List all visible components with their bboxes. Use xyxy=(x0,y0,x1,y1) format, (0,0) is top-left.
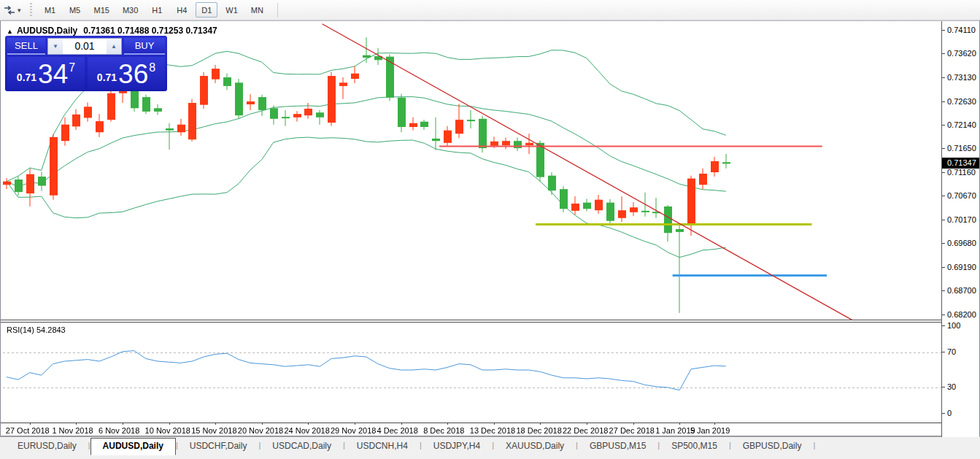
date-axis-tick xyxy=(447,423,448,425)
price-axis-label: 0.68200 xyxy=(942,310,976,319)
price-axis-label: 0.72140 xyxy=(942,120,976,129)
date-axis-tick xyxy=(679,423,680,425)
price-axis-label: 0.72630 xyxy=(942,97,976,106)
pane-divider[interactable] xyxy=(1,320,979,323)
date-axis-tick xyxy=(714,423,715,425)
price-axis-label: 0.70670 xyxy=(942,191,976,200)
dropdown-caret-icon[interactable]: ▾ xyxy=(18,7,21,14)
date-axis-label: 29 Nov 2018 xyxy=(331,426,376,435)
date-axis-tick xyxy=(633,423,634,425)
timeframe-button-mn[interactable]: MN xyxy=(246,2,269,18)
timeframe-button-d1[interactable]: D1 xyxy=(196,2,217,18)
tab-usdjpy-h4[interactable]: USDJPY,H4 xyxy=(422,439,492,455)
date-axis-tick xyxy=(540,423,541,425)
rsi-axis-label: 30 xyxy=(942,382,956,391)
date-axis-label: 15 Nov 2018 xyxy=(191,426,236,435)
date-axis-label: 27 Oct 2018 xyxy=(6,426,50,435)
date-axis-label: 27 Dec 2018 xyxy=(609,426,655,435)
rsi-current-value: 54.2843 xyxy=(36,325,66,334)
tab-sp500-m15[interactable]: SP500,M15 xyxy=(660,439,729,455)
date-axis-tick xyxy=(355,423,355,425)
date-axis-tick xyxy=(215,423,216,425)
tab-usdcad-daily[interactable]: USDCAD,Daily xyxy=(261,439,343,455)
tab-gbpusd-daily[interactable]: GBPUSD,Daily xyxy=(731,439,814,455)
timeframe-button-group: M1M5M15M30H1H4D1W1MN xyxy=(38,2,270,18)
timeframe-button-w1[interactable]: W1 xyxy=(220,2,243,18)
price-axis-label: 0.71650 xyxy=(942,144,976,153)
buy-price-big-digits: 36 xyxy=(118,62,148,86)
date-axis-label: 22 Dec 2018 xyxy=(563,426,608,435)
date-axis-tick xyxy=(494,423,495,425)
timeframe-button-m15[interactable]: M15 xyxy=(89,2,115,18)
price-axis-label: 0.69680 xyxy=(942,239,976,247)
date-axis-tick xyxy=(308,423,309,425)
price-axis-label: 0.68700 xyxy=(942,286,976,295)
tab-separator: | xyxy=(813,441,815,450)
tab-usdcnh-h4[interactable]: USDCNH,H4 xyxy=(345,439,420,455)
chart-periods-icon[interactable]: ▾ xyxy=(0,4,24,17)
sell-price-display[interactable]: 0.71 34 7 xyxy=(7,57,85,89)
rsi-indicator-label: RSI(14) 54.2843 xyxy=(7,325,66,334)
date-axis-label: 5 Jan 2019 xyxy=(690,426,730,435)
tab-audusd-daily[interactable]: AUDUSD,Daily xyxy=(90,438,176,455)
price-axis-label: 0.69190 xyxy=(942,263,976,271)
timeframe-button-m1[interactable]: M1 xyxy=(39,2,61,18)
date-axis-tick xyxy=(401,423,402,425)
volume-decrease-button[interactable]: ▼ xyxy=(48,39,63,54)
double-arrow-icon xyxy=(3,5,16,15)
current-price-tag: 0.71347 xyxy=(942,158,979,169)
timeframe-button-h1[interactable]: H1 xyxy=(146,2,168,18)
sell-price-big-digits: 34 xyxy=(38,62,68,86)
chart-symbol-label: AUDUSD,Daily xyxy=(17,26,77,36)
price-axis-label: 0.73130 xyxy=(942,73,976,82)
rsi-axis-label: 70 xyxy=(942,347,956,356)
one-click-trading-panel: SELL ▼ 0.01 ▲ BUY 0.71 34 7 0.71 36 8 xyxy=(5,36,167,91)
date-axis[interactable]: 27 Oct 20181 Nov 20186 Nov 201810 Nov 20… xyxy=(1,423,943,437)
price-axis-label: 0.71160 xyxy=(942,168,976,177)
date-axis-label: 4 Dec 2018 xyxy=(377,426,418,435)
date-axis-label: 1 Nov 2018 xyxy=(52,426,93,435)
toolbar-separator xyxy=(277,3,278,18)
sell-price-pip: 7 xyxy=(69,61,75,74)
date-axis-label: 13 Dec 2018 xyxy=(470,426,515,435)
date-axis-tick xyxy=(30,423,31,425)
sell-button[interactable]: SELL xyxy=(7,38,45,55)
buy-button[interactable]: BUY xyxy=(124,38,165,55)
price-axis-label: 0.70170 xyxy=(942,215,976,224)
chart-title: ▲AUDUSD,Daily0.71361 0.71488 0.71253 0.7… xyxy=(7,26,217,36)
chart-window: ▲AUDUSD,Daily0.71361 0.71488 0.71253 0.7… xyxy=(0,20,980,436)
date-axis-tick xyxy=(587,423,587,425)
tab-xauusd-daily[interactable]: XAUUSD,Daily xyxy=(494,439,576,455)
collapse-triangle-icon[interactable]: ▲ xyxy=(7,28,13,35)
date-axis-label: 1 Jan 2019 xyxy=(655,426,695,435)
price-axis-label: 0.73620 xyxy=(942,49,976,58)
date-axis-label: 18 Dec 2018 xyxy=(516,426,561,435)
buy-price-pip: 8 xyxy=(149,61,155,74)
date-axis-label: 6 Nov 2018 xyxy=(99,426,139,435)
top-toolbar: ▾ M1M5M15M30H1H4D1W1MN xyxy=(0,0,980,20)
date-axis-label: 10 Nov 2018 xyxy=(145,426,190,435)
sell-price-prefix: 0.71 xyxy=(17,72,36,83)
chart-tab-bar: EURUSD,Daily|AUDUSD,Daily|USDCHF,Daily|U… xyxy=(0,436,980,459)
volume-increase-button[interactable]: ▲ xyxy=(107,39,121,54)
date-axis-label: 8 Dec 2018 xyxy=(423,426,464,435)
volume-stepper: ▼ 0.01 ▲ xyxy=(47,38,122,55)
volume-input[interactable]: 0.01 xyxy=(63,39,107,54)
timeframe-button-m5[interactable]: M5 xyxy=(64,2,86,18)
buy-price-prefix: 0.71 xyxy=(97,72,117,83)
date-axis-tick xyxy=(123,423,123,425)
rsi-axis-label: 100 xyxy=(942,321,960,330)
tab-gbpusd-m15[interactable]: GBPUSD,M15 xyxy=(578,439,657,455)
tab-usdchf-daily[interactable]: USDCHF,Daily xyxy=(178,439,259,455)
date-axis-tick xyxy=(76,423,77,425)
rsi-indicator-canvas[interactable] xyxy=(3,323,943,423)
tab-eurusd-daily[interactable]: EURUSD,Daily xyxy=(6,439,88,455)
timeframe-button-m30[interactable]: M30 xyxy=(117,2,143,18)
date-axis-label: 20 Nov 2018 xyxy=(238,426,283,435)
rsi-name: RSI(14) xyxy=(7,325,34,334)
price-axis[interactable]: 0.741100.736200.731300.726300.721400.716… xyxy=(941,21,979,437)
buy-price-display[interactable]: 0.71 36 8 xyxy=(88,57,165,89)
rsi-axis-label: 0 xyxy=(942,409,952,417)
timeframe-button-h4[interactable]: H4 xyxy=(171,2,193,18)
date-axis-tick xyxy=(169,423,170,425)
